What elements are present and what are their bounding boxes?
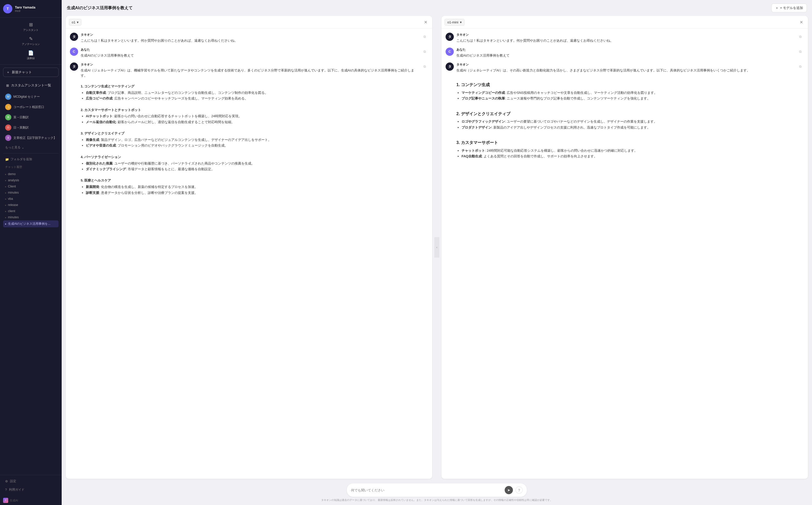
chevron-icon: ▸ [5, 191, 6, 194]
assistant-item-mcdigital[interactable]: M MCDigital セミナー [3, 92, 59, 102]
chevron-down-icon: ▾ [77, 20, 79, 24]
model-select-2[interactable]: o1-mini ▾ [445, 19, 465, 26]
history-item-label: analysis [8, 178, 19, 182]
history-item-client2[interactable]: ▸ client [3, 208, 59, 214]
message-group: C あなた 生成AIのビジネス活用事例を教えて ⧉ [446, 47, 804, 58]
chevron-icon: ▸ [5, 222, 6, 225]
panel-collapse-button[interactable]: ‹ [434, 237, 440, 258]
assistant-avatar-proofreading: 文 [5, 135, 11, 141]
copy-button[interactable]: ⧉ [797, 33, 804, 40]
history-item-minutes2[interactable]: ▸ minutes [3, 214, 59, 220]
msg-text: 生成AI（ジェネレーティブAI）は、その高い創造力と自動化能力を活かし、さまざま… [456, 68, 794, 159]
msg-text: 生成AIのビジネス活用事例を教えて [81, 53, 418, 58]
main-header: 生成AIのビジネス活用事例を教えて ＋ + モデルを追加 [62, 0, 812, 16]
ai-avatar: タ [446, 33, 454, 41]
assistant-avatar-ja-en: 日 [5, 125, 11, 131]
guide-item[interactable]: ? 利用ガイド [3, 486, 59, 494]
assistant-item-en-ja[interactable]: 英 英→日翻訳 [3, 112, 59, 122]
chevron-icon: ▸ [5, 173, 6, 176]
message-group: タ タキオン こんにちは！私はタキオンといいます。何か質問やお困りのことがあれば… [70, 33, 428, 43]
chat-panel-2: o1-mini ▾ ✕ タ タキオン こんにちは！私はタキオンといいます。何か質… [442, 16, 808, 479]
history-item-minutes1[interactable]: ▸ minutes [3, 189, 59, 196]
history-item-analysis[interactable]: ▸ analysis [3, 177, 59, 183]
chevron-down-icon: ▾ [460, 20, 462, 24]
annotation-nav-item[interactable]: ✎ アノテーション [0, 34, 62, 48]
chevron-icon: ▸ [5, 179, 6, 182]
more-button[interactable]: もっと見る ⌄ [0, 144, 62, 151]
msg-sender: あなた [81, 47, 418, 52]
add-model-button[interactable]: ＋ + モデルを追加 [771, 4, 807, 12]
assistant-item-corporate[interactable]: コ コーポレート相談窓口 [3, 102, 59, 112]
model-label-1: o1 [72, 20, 75, 24]
user-role: mcd [15, 9, 35, 12]
brand-footer: T 生成AI [0, 496, 62, 505]
copy-button[interactable]: ⧉ [421, 48, 428, 55]
assistant-name-ja-en: 日→英翻訳 [13, 126, 29, 130]
brand-logo: T [3, 498, 8, 503]
guide-label: 利用ガイド [9, 488, 24, 492]
history-item-active[interactable]: ▸ 生成AIのビジネス活用事例を... [3, 220, 59, 227]
history-item-label: client [8, 209, 15, 213]
copy-button[interactable]: ⧉ [797, 48, 804, 55]
panel-close-button-1[interactable]: ✕ [422, 18, 429, 26]
history-item-label: minutes [8, 191, 19, 194]
msg-sender: タキオン [456, 62, 794, 67]
minutes-nav-item[interactable]: 📄 議事録 [0, 48, 62, 62]
assistant-item-ja-en[interactable]: 日 日→英翻訳 [3, 123, 59, 132]
model-label-2: o1-mini [447, 20, 459, 24]
panel-close-button-2[interactable]: ✕ [798, 18, 805, 26]
assistant-avatar-en-ja: 英 [5, 114, 11, 120]
chat-messages-1: タ タキオン こんにちは！私はタキオンといいます。何か質問やお困りのことがあれば… [66, 28, 432, 479]
history-item-client[interactable]: ▸ Client [3, 183, 59, 189]
msg-text: 生成AIのビジネス活用事例を教えて [456, 53, 794, 58]
assistant-nav-item[interactable]: ⊞ アシスタント [0, 20, 62, 34]
avatar: T [3, 4, 12, 13]
history-item-demo[interactable]: ▸ demo [3, 171, 59, 177]
folder-add-button[interactable]: 📁 フォルダを追加 [0, 156, 62, 163]
history-item-label: release [8, 203, 18, 207]
settings-label: 設定 [10, 479, 16, 483]
message-group: タ タキオン こんにちは！私はタキオンといいます。何か質問やお困りのことがあれば… [446, 33, 804, 43]
history-item-label: Client [8, 185, 16, 188]
user-avatar: C [446, 47, 454, 56]
copy-button[interactable]: ⧉ [421, 63, 428, 70]
msg-content: あなた 生成AIのビジネス活用事例を教えて [456, 47, 794, 58]
msg-content: タキオン 生成AI（ジェネレーティブAI）は、機械学習モデルを用いて新たなデータ… [81, 62, 418, 196]
chevron-icon: ▸ [5, 204, 6, 206]
minutes-icon: 📄 [28, 50, 34, 56]
msg-content: タキオン 生成AI（ジェネレーティブAI）は、その高い創造力と自動化能力を活かし… [456, 62, 794, 160]
custom-assistant-label: カスタムアシスタント一覧 [11, 83, 51, 88]
copy-button[interactable]: ⧉ [421, 33, 428, 40]
settings-item[interactable]: ⚙ 設定 [3, 477, 59, 485]
new-chat-label: 新規チャット [12, 70, 32, 74]
help-button[interactable]: ? [515, 487, 523, 494]
custom-assistant-button[interactable]: ⊞ カスタムアシスタント一覧 [3, 81, 59, 90]
history-item-label: demo [8, 172, 16, 176]
assistant-nav-label: アシスタント [23, 28, 38, 32]
msg-text: こんにちは！私はタキオンといいます。何か質問やお困りのことがあれば、遠慮なくお尋… [81, 38, 418, 43]
history-item-vba[interactable]: ▸ vba [3, 196, 59, 202]
chat-input[interactable] [351, 488, 502, 492]
plus-icon: ＋ [775, 6, 779, 10]
sidebar: T Taro Yamada mcd ⊞ アシスタント ✎ アノテーション 📄 議… [0, 0, 62, 505]
msg-sender: タキオン [81, 33, 418, 37]
user-name: Taro Yamada [15, 5, 35, 9]
panel-header-1: o1 ▾ ✕ [66, 16, 432, 28]
assistant-name-corporate: コーポレート相談窓口 [13, 105, 44, 109]
chat-history-label: チャット履歴 [0, 163, 62, 170]
assistant-item-proofreading[interactable]: 文 文章校正【誤字脱字チェック】 [3, 133, 59, 143]
footer-note: タキオンの知識は過去のデータに基づいており、最新情報は反映されていません。また、… [66, 498, 808, 502]
new-chat-button[interactable]: ＋ 新規チャット [3, 67, 59, 77]
history-item-release[interactable]: ▸ release [3, 202, 59, 208]
send-button[interactable]: ➤ [505, 486, 513, 494]
user-info: Taro Yamada mcd [15, 5, 35, 12]
copy-button[interactable]: ⧉ [797, 63, 804, 70]
msg-content: タキオン こんにちは！私はタキオンといいます。何か質問やお困りのことがあれば、遠… [456, 33, 794, 43]
model-select-1[interactable]: o1 ▾ [69, 19, 81, 26]
message-group: C あなた 生成AIのビジネス活用事例を教えて ⧉ [70, 47, 428, 58]
page-title: 生成AIのビジネス活用事例を教えて [67, 5, 132, 11]
history-item-label: vba [8, 197, 13, 200]
more-label: もっと見る [5, 145, 21, 150]
chevron-icon: ▸ [5, 185, 6, 188]
message-group: タ タキオン 生成AI（ジェネレーティブAI）は、その高い創造力と自動化能力を活… [446, 62, 804, 160]
